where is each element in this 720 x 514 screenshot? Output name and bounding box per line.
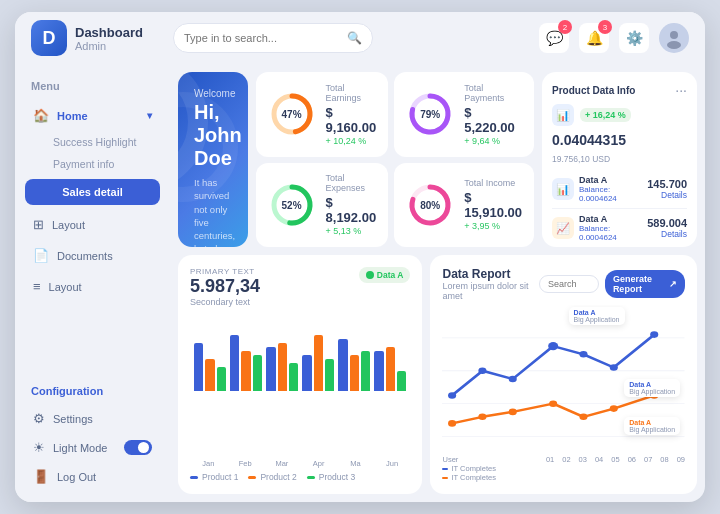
legend-dot xyxy=(307,476,315,479)
bar-chart-bars xyxy=(190,311,410,391)
search-bar[interactable]: 🔍 xyxy=(173,23,373,53)
legend-label: Product 1 xyxy=(202,472,238,482)
product-row-info-1: Data A Balance: 0.0004624 xyxy=(579,214,647,242)
orange-legend-dot xyxy=(442,477,448,479)
product-row-val-0: 145.700 xyxy=(647,178,687,190)
product-row-icon-1: 📈 xyxy=(552,217,574,239)
main-layout: Menu 🏠 Home ▾ Success Highlight Payment … xyxy=(15,64,705,502)
stat-title-0: Total Earnings xyxy=(326,83,377,103)
stat-change-3: + 3,95 % xyxy=(464,221,522,231)
stat-title-2: Total Expenses xyxy=(326,173,377,193)
app-title: Dashboard xyxy=(75,25,143,40)
product-row-right-0: 145.700 Details xyxy=(647,178,687,200)
stat-info-3: Total Income $ 15,910.00 + 3,95 % xyxy=(464,178,522,231)
details-link-1[interactable]: Details xyxy=(647,229,687,239)
sidebar-item-layout1[interactable]: ⊞ Layout xyxy=(25,211,160,238)
bottom-section: PRIMARY TEXT 5.987,34 Secondary text Dat… xyxy=(178,255,697,494)
app-container: D Dashboard Admin 🔍 💬 2 🔔 3 ⚙️ xyxy=(15,12,705,502)
blue-legend-dot xyxy=(442,468,448,470)
sidebar-item-documents[interactable]: 📄 Documents xyxy=(25,242,160,269)
sidebar-item-home[interactable]: 🏠 Home ▾ xyxy=(25,102,160,129)
report-card: Data Report Lorem ipsum dolor sit amet G… xyxy=(430,255,697,494)
bar-2-1 xyxy=(278,343,287,391)
data-label-c-title: Data A xyxy=(629,419,675,426)
chart-month-label: Jun xyxy=(374,459,411,468)
stat-card-2: 52% Total Expenses $ 8,192.00 + 5,13 % xyxy=(256,163,389,248)
dot-b4 xyxy=(550,400,558,407)
product-main-icon: 📊 xyxy=(552,104,574,126)
donut-1: 79% xyxy=(406,90,454,138)
search-input[interactable] xyxy=(184,32,341,44)
product-row-1: 📈 Data A Balance: 0.0004624 589.004 Deta… xyxy=(552,209,687,248)
stat-value-3: $ 15,910.00 xyxy=(464,190,522,220)
menu-label: Menu xyxy=(25,76,160,96)
data-label-c: Data A Big Application xyxy=(624,417,680,435)
product-row-left-1: 📈 Data A Balance: 0.0004624 xyxy=(552,214,647,242)
data-label-a-sub: Big Application xyxy=(574,316,620,323)
bar-chart-area xyxy=(190,311,410,457)
stat-change-0: + 10,24 % xyxy=(326,136,377,146)
x-axis: 01 02 03 04 05 06 07 08 09 xyxy=(546,455,685,464)
sidebar-item-success[interactable]: Success Highlight xyxy=(25,133,160,151)
bar-1-0 xyxy=(230,335,239,391)
line-chart-x-labels: 01 02 03 04 05 06 07 08 09 xyxy=(546,455,685,482)
product-row-balance-1: Balance: 0.0004624 xyxy=(579,224,647,242)
it-completes-label: IT Completes xyxy=(451,464,495,473)
stat-info-2: Total Expenses $ 8,192.00 + 5,13 % xyxy=(326,173,377,236)
dot-a1 xyxy=(449,392,457,399)
generate-report-button[interactable]: Generate Report ↗ xyxy=(605,270,685,298)
sidebar-item-layout2[interactable]: ≡ Layout xyxy=(25,273,160,300)
logout-icon: 🚪 xyxy=(33,469,49,484)
svg-point-1 xyxy=(667,41,681,49)
notifications-button[interactable]: 🔔 3 xyxy=(579,23,609,53)
product-row-balance-0: Balance: 0.0004624 xyxy=(579,185,647,203)
settings-button[interactable]: ⚙️ xyxy=(619,23,649,53)
product-title: Product Data Info xyxy=(552,85,635,96)
notifications-badge: 3 xyxy=(598,20,612,34)
avatar[interactable] xyxy=(659,23,689,53)
line-chart-footer: User IT Completes IT Completes xyxy=(442,455,685,482)
light-mode-row: ☀ Light Mode xyxy=(25,436,160,459)
chart-month-label: Apr xyxy=(300,459,337,468)
messages-button[interactable]: 💬 2 xyxy=(539,23,569,53)
report-header: Data Report Lorem ipsum dolor sit amet G… xyxy=(442,267,685,301)
bar-4-2 xyxy=(361,351,370,391)
bar-group-1 xyxy=(230,311,262,391)
product-row-name-1: Data A xyxy=(579,214,647,224)
sidebar-documents-label: Documents xyxy=(57,250,113,262)
stat-value-2: $ 8,192.00 xyxy=(326,195,377,225)
dot-b6 xyxy=(610,405,618,412)
light-mode-toggle[interactable] xyxy=(124,440,152,455)
line-chart-area: Data A Big Application Data A Big Applic… xyxy=(442,305,685,453)
donut-label-3: 80% xyxy=(420,199,440,210)
stat-card-0: 47% Total Earnings $ 9,160.00 + 10,24 % xyxy=(256,72,389,157)
bar-2-2 xyxy=(289,363,298,391)
bar-0-0 xyxy=(194,343,203,391)
messages-badge: 2 xyxy=(558,20,572,34)
dot-b3 xyxy=(509,409,517,416)
chart-data-badge: Data A xyxy=(359,267,411,283)
dot-a7 xyxy=(651,331,659,338)
welcome-sub: Welcome xyxy=(194,88,232,99)
sidebar-layout2-label: Layout xyxy=(49,281,82,293)
dot-a2 xyxy=(479,367,487,374)
dot-b2 xyxy=(479,414,487,421)
sidebar-item-payment[interactable]: Payment info xyxy=(25,155,160,173)
data-label-b-sub: Big Application xyxy=(629,388,675,395)
details-link-0[interactable]: Details xyxy=(647,190,687,200)
layout-icon: ⊞ xyxy=(33,217,44,232)
product-dots[interactable]: ··· xyxy=(675,82,687,98)
stat-title-3: Total Income xyxy=(464,178,522,188)
chart-badge-label: Data A xyxy=(377,270,404,280)
it-completes-row: IT Completes xyxy=(442,464,495,473)
bar-5-2 xyxy=(397,371,406,391)
sidebar-item-logout[interactable]: 🚪 Log Out xyxy=(25,463,160,490)
report-search-input[interactable] xyxy=(539,275,599,293)
chart-secondary: Secondary text xyxy=(190,297,260,307)
bar-3-1 xyxy=(314,335,323,391)
sidebar-item-settings[interactable]: ⚙ Settings xyxy=(25,405,160,432)
report-sub: Lorem ipsum dolor sit amet xyxy=(442,281,538,301)
stat-card-1: 79% Total Payments $ 5,220.00 + 9,64 % xyxy=(394,72,534,157)
sidebar-item-sales[interactable]: Sales detail xyxy=(25,179,160,205)
bar-3-0 xyxy=(302,355,311,391)
